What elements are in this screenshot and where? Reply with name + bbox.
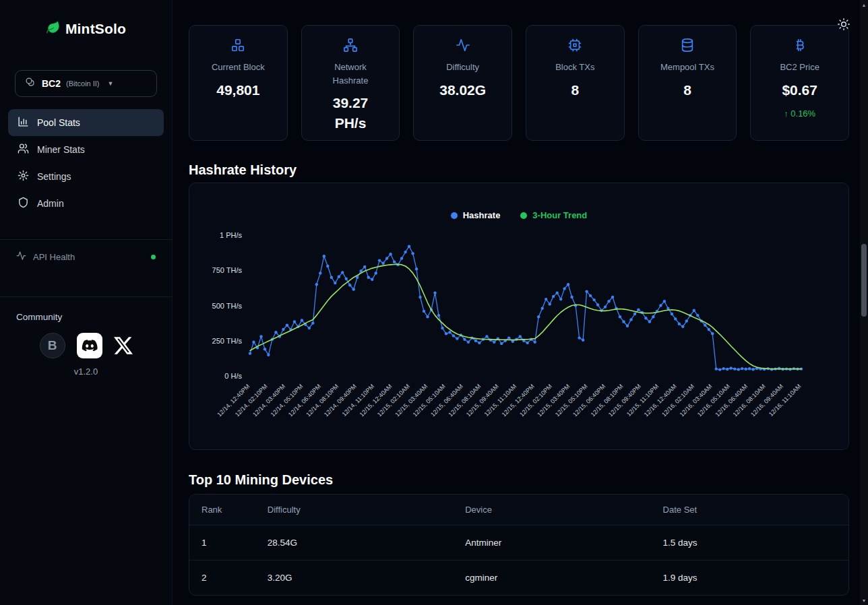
stat-card-block-txs: Block TXs 8	[526, 25, 625, 141]
column-header-date-set: Date Set	[651, 495, 848, 526]
chevron-down-icon: ▼	[108, 80, 114, 87]
blocks-icon	[195, 38, 282, 54]
app-title: MintSolo	[65, 21, 126, 37]
stat-value: 8	[655, 80, 720, 100]
stat-value: 38.02G	[431, 80, 495, 100]
sidebar-item-miner-stats[interactable]: Miner Stats	[8, 136, 164, 163]
svg-text:500 TH/s: 500 TH/s	[212, 302, 243, 310]
sidebar-item-settings[interactable]: Settings	[8, 163, 164, 190]
scrollbar-up-arrow[interactable]: ▲	[860, 0, 868, 9]
legend-dot-blue	[451, 212, 458, 219]
api-health-label: API Health	[33, 252, 75, 262]
table-cell: 1.5 days	[651, 526, 848, 561]
stat-value: 8	[542, 80, 607, 100]
scrollbar-thumb[interactable]	[861, 244, 867, 317]
app-logo: MintSolo	[0, 0, 172, 38]
table-cell: Antminer	[453, 526, 650, 561]
table-header-row: Rank Difficulty Device Date Set	[189, 495, 848, 526]
svg-text:250 TH/s: 250 TH/s	[212, 337, 243, 345]
top-devices-table: Rank Difficulty Device Date Set 128.54GA…	[189, 494, 849, 596]
sidebar-item-admin[interactable]: Admin	[8, 190, 164, 217]
activity-icon	[419, 38, 506, 54]
sidebar: MintSolo BC2 (Bitcoin II) ▼ Pool Stats	[0, 0, 173, 605]
legend-dot-green	[520, 212, 527, 219]
stat-card-bc2-price: BC2 Price $0.67 ↑ 0.16%	[750, 25, 849, 141]
chart-legend: Hashrate 3-Hour Trend	[189, 210, 848, 220]
scrollbar-down-arrow[interactable]: ▼	[860, 596, 868, 605]
column-header-device: Device	[453, 495, 650, 526]
table-cell: 28.54G	[255, 526, 453, 561]
stat-label: Current Block	[204, 61, 272, 74]
stat-card-network-hashrate: Network Hashrate 39.27 PH/s	[301, 25, 400, 141]
coin-symbol: BC2	[42, 78, 61, 89]
stat-value: 49,801	[206, 80, 270, 100]
community-heading: Community	[0, 297, 172, 333]
app-window: MintSolo BC2 (Bitcoin II) ▼ Pool Stats	[0, 0, 868, 605]
legend-label: Hashrate	[463, 210, 501, 220]
top-devices-heading: Top 10 Mining Devices	[189, 471, 849, 488]
stat-label: BC2 Price	[766, 61, 834, 74]
stat-card-current-block: Current Block 49,801	[189, 25, 288, 141]
stat-label: Network Hashrate	[317, 61, 384, 87]
svg-text:12/16, 11:10AM: 12/16, 11:10AM	[768, 383, 803, 418]
api-health-status-dot	[151, 255, 156, 259]
table-row: 23.20Gcgminer1.9 days	[189, 561, 848, 596]
table-cell: 1.9 days	[651, 561, 848, 596]
sidebar-item-label: Miner Stats	[37, 144, 85, 155]
social-links: B	[0, 333, 172, 358]
coin-selector[interactable]: BC2 (Bitcoin II) ▼	[15, 70, 157, 97]
stat-card-mempool-txs: Mempool TXs 8	[638, 25, 737, 141]
hashrate-chart-card: Hashrate 3-Hour Trend 1 PH/s750 TH/s500 …	[189, 183, 849, 450]
theme-toggle-button[interactable]	[837, 18, 850, 34]
bitcointalk-icon[interactable]: B	[40, 333, 65, 358]
hashrate-chart: 1 PH/s750 TH/s500 TH/s250 TH/s0 H/s12/14…	[189, 228, 840, 444]
price-change-badge: ↑ 0.16%	[756, 108, 843, 119]
svg-text:750 TH/s: 750 TH/s	[212, 266, 243, 274]
sidebar-item-label: Admin	[37, 198, 64, 209]
table-cell: cgminer	[453, 561, 650, 596]
network-icon	[307, 38, 394, 54]
stat-value: $0.67	[768, 80, 832, 100]
stat-card-difficulty: Difficulty 38.02G	[413, 25, 512, 141]
table-cell: 3.20G	[255, 561, 453, 596]
table-body: 128.54GAntminer1.5 days23.20Gcgminer1.9 …	[189, 526, 848, 596]
shield-icon	[18, 197, 29, 210]
scrollbar[interactable]: ▲ ▼	[860, 0, 868, 605]
sidebar-item-pool-stats[interactable]: Pool Stats	[8, 109, 164, 136]
coin-full-name: (Bitcoin II)	[66, 79, 100, 88]
svg-text:0 H/s: 0 H/s	[224, 372, 242, 380]
bitcoin-glyph: B	[48, 338, 57, 353]
users-icon	[18, 143, 29, 156]
gear-icon	[18, 170, 29, 183]
stat-label: Difficulty	[429, 61, 497, 74]
sidebar-item-label: Pool Stats	[37, 117, 80, 128]
column-header-rank: Rank	[189, 495, 255, 526]
sun-icon	[837, 22, 850, 33]
api-health-row: API Health	[0, 240, 172, 274]
coins-icon	[25, 77, 36, 91]
sidebar-item-label: Settings	[37, 171, 71, 182]
bitcoin-icon	[756, 38, 843, 54]
stat-label: Mempool TXs	[654, 61, 721, 74]
version-label: v1.2.0	[0, 367, 172, 377]
svg-text:1 PH/s: 1 PH/s	[220, 231, 243, 239]
stat-label: Block TXs	[541, 61, 609, 74]
table-cell: 2	[189, 561, 255, 596]
stat-value: 39.27 PH/s	[318, 93, 383, 134]
discord-icon[interactable]	[77, 333, 102, 358]
stats-row: Current Block 49,801 Network Hashrate 39…	[189, 25, 849, 141]
activity-icon	[16, 251, 26, 263]
legend-item-hashrate: Hashrate	[451, 210, 501, 220]
chip-icon	[532, 38, 619, 54]
main-content: Current Block 49,801 Network Hashrate 39…	[173, 0, 868, 605]
x-twitter-icon[interactable]	[114, 336, 133, 355]
table-cell: 1	[189, 526, 255, 561]
leaf-icon	[46, 20, 61, 38]
bar-chart-icon	[18, 116, 29, 129]
hashrate-history-heading: Hashrate History	[189, 161, 849, 179]
legend-label: 3-Hour Trend	[532, 210, 587, 220]
column-header-difficulty: Difficulty	[255, 495, 453, 526]
sidebar-nav: Pool Stats Miner Stats S	[0, 109, 172, 217]
database-icon	[644, 38, 731, 54]
legend-item-trend: 3-Hour Trend	[520, 210, 587, 220]
